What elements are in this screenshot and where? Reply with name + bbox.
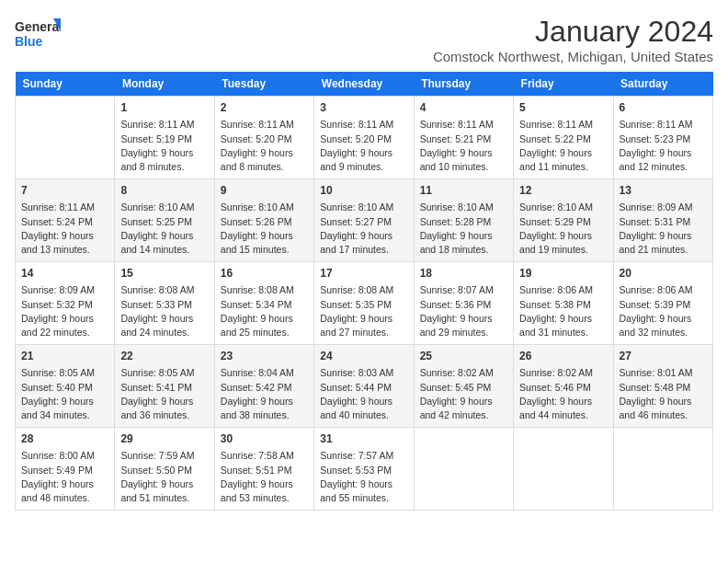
cell-text-line: Sunrise: 8:09 AM bbox=[21, 283, 108, 297]
cell-text-line: Sunset: 5:42 PM bbox=[221, 381, 308, 395]
calendar-cell-week2-day4: 10Sunrise: 8:10 AMSunset: 5:27 PMDayligh… bbox=[314, 179, 414, 262]
day-number: 11 bbox=[420, 183, 507, 199]
cell-text-line: Daylight: 9 hours bbox=[519, 312, 607, 326]
cell-text-line: and 44 minutes. bbox=[519, 408, 607, 422]
cell-text-line: Daylight: 9 hours bbox=[320, 229, 407, 243]
weekday-header-thursday: Thursday bbox=[414, 72, 513, 97]
cell-text-line: Sunrise: 8:00 AM bbox=[21, 449, 108, 463]
cell-text-line: Daylight: 9 hours bbox=[620, 395, 707, 408]
cell-text-line: and 42 minutes. bbox=[420, 408, 507, 422]
cell-text-line: Sunrise: 8:05 AM bbox=[21, 366, 108, 380]
day-number: 9 bbox=[221, 183, 308, 199]
cell-text-line: Sunrise: 8:05 AM bbox=[120, 366, 208, 380]
cell-text-line: Sunrise: 8:03 AM bbox=[320, 366, 407, 380]
cell-text-line: Sunset: 5:44 PM bbox=[320, 381, 407, 395]
cell-text-line: Sunrise: 8:11 AM bbox=[21, 201, 108, 214]
cell-text-line: Daylight: 9 hours bbox=[21, 395, 108, 408]
calendar-cell-week5-day7 bbox=[613, 428, 712, 511]
day-number: 16 bbox=[221, 266, 308, 282]
day-number: 17 bbox=[320, 266, 407, 282]
cell-text-line: Sunrise: 8:01 AM bbox=[620, 366, 707, 380]
cell-text-line: Sunset: 5:31 PM bbox=[620, 215, 707, 229]
calendar-table: SundayMondayTuesdayWednesdayThursdayFrid… bbox=[15, 72, 713, 511]
cell-text-line: Sunrise: 8:10 AM bbox=[320, 201, 407, 214]
cell-text-line: Daylight: 9 hours bbox=[221, 312, 308, 326]
calendar-cell-week5-day6 bbox=[514, 428, 613, 511]
calendar-week-row-4: 21Sunrise: 8:05 AMSunset: 5:40 PMDayligh… bbox=[16, 345, 713, 428]
calendar-cell-week1-day4: 3Sunrise: 8:11 AMSunset: 5:20 PMDaylight… bbox=[314, 97, 414, 179]
cell-text-line: Sunrise: 8:06 AM bbox=[620, 283, 707, 297]
day-number: 29 bbox=[120, 431, 208, 447]
calendar-cell-week4-day6: 26Sunrise: 8:02 AMSunset: 5:46 PMDayligh… bbox=[514, 345, 613, 428]
day-number: 13 bbox=[620, 183, 707, 199]
day-number: 6 bbox=[620, 100, 707, 116]
day-number: 5 bbox=[519, 100, 607, 116]
calendar-cell-week4-day3: 23Sunrise: 8:04 AMSunset: 5:42 PMDayligh… bbox=[214, 345, 313, 428]
cell-text-line: Sunset: 5:34 PM bbox=[221, 298, 308, 312]
cell-text-line: Daylight: 9 hours bbox=[21, 229, 108, 243]
cell-text-line: and 11 minutes. bbox=[519, 160, 607, 174]
calendar-cell-week1-day6: 5Sunrise: 8:11 AMSunset: 5:22 PMDaylight… bbox=[514, 97, 613, 179]
day-number: 12 bbox=[519, 183, 607, 199]
cell-text-line: and 34 minutes. bbox=[21, 408, 108, 422]
cell-text-line: Sunset: 5:26 PM bbox=[221, 215, 308, 229]
cell-text-line: Sunset: 5:46 PM bbox=[519, 381, 607, 395]
cell-text-line: and 13 minutes. bbox=[21, 243, 108, 257]
calendar-cell-week2-day5: 11Sunrise: 8:10 AMSunset: 5:28 PMDayligh… bbox=[414, 179, 513, 262]
day-number: 10 bbox=[320, 183, 407, 199]
calendar-cell-week3-day5: 18Sunrise: 8:07 AMSunset: 5:36 PMDayligh… bbox=[414, 262, 513, 345]
calendar-cell-week5-day4: 31Sunrise: 7:57 AMSunset: 5:53 PMDayligh… bbox=[314, 428, 414, 511]
cell-text-line: and 15 minutes. bbox=[221, 243, 308, 257]
cell-text-line: and 9 minutes. bbox=[320, 160, 407, 174]
cell-text-line: and 32 minutes. bbox=[620, 326, 707, 339]
cell-text-line: Sunrise: 8:07 AM bbox=[420, 283, 507, 297]
cell-text-line: and 22 minutes. bbox=[21, 326, 108, 339]
cell-text-line: Sunrise: 8:11 AM bbox=[519, 118, 607, 132]
day-number: 27 bbox=[620, 349, 707, 364]
day-number: 21 bbox=[21, 349, 108, 364]
cell-text-line: Daylight: 9 hours bbox=[120, 477, 208, 491]
cell-text-line: Sunset: 5:25 PM bbox=[120, 215, 208, 229]
weekday-header-wednesday: Wednesday bbox=[314, 72, 414, 97]
calendar-cell-week3-day4: 17Sunrise: 8:08 AMSunset: 5:35 PMDayligh… bbox=[314, 262, 414, 345]
calendar-week-row-5: 28Sunrise: 8:00 AMSunset: 5:49 PMDayligh… bbox=[16, 428, 713, 511]
cell-text-line: Daylight: 9 hours bbox=[320, 312, 407, 326]
cell-text-line: Sunrise: 8:10 AM bbox=[221, 201, 308, 214]
cell-text-line: and 18 minutes. bbox=[420, 243, 507, 257]
cell-text-line: and 21 minutes. bbox=[620, 243, 707, 257]
calendar-cell-week4-day7: 27Sunrise: 8:01 AMSunset: 5:48 PMDayligh… bbox=[613, 345, 712, 428]
cell-text-line: Sunrise: 7:59 AM bbox=[120, 449, 208, 463]
cell-text-line: and 14 minutes. bbox=[120, 243, 208, 257]
cell-text-line: Sunset: 5:23 PM bbox=[620, 132, 707, 146]
calendar-cell-week4-day1: 21Sunrise: 8:05 AMSunset: 5:40 PMDayligh… bbox=[16, 345, 115, 428]
calendar-week-row-1: 1Sunrise: 8:11 AMSunset: 5:19 PMDaylight… bbox=[16, 97, 713, 179]
cell-text-line: and 25 minutes. bbox=[221, 326, 308, 339]
calendar-week-row-3: 14Sunrise: 8:09 AMSunset: 5:32 PMDayligh… bbox=[16, 262, 713, 345]
cell-text-line: Sunset: 5:35 PM bbox=[320, 298, 407, 312]
cell-text-line: Sunrise: 7:58 AM bbox=[221, 449, 308, 463]
cell-text-line: and 24 minutes. bbox=[120, 326, 208, 339]
calendar-cell-week3-day3: 16Sunrise: 8:08 AMSunset: 5:34 PMDayligh… bbox=[214, 262, 313, 345]
calendar-cell-week3-day7: 20Sunrise: 8:06 AMSunset: 5:39 PMDayligh… bbox=[613, 262, 712, 345]
cell-text-line: Sunset: 5:19 PM bbox=[120, 132, 208, 146]
svg-text:Blue: Blue bbox=[15, 34, 43, 49]
cell-text-line: Sunset: 5:41 PM bbox=[120, 381, 208, 395]
cell-text-line: Sunset: 5:40 PM bbox=[21, 381, 108, 395]
calendar-cell-week5-day3: 30Sunrise: 7:58 AMSunset: 5:51 PMDayligh… bbox=[214, 428, 313, 511]
cell-text-line: Sunset: 5:28 PM bbox=[420, 215, 507, 229]
cell-text-line: Sunrise: 8:10 AM bbox=[519, 201, 607, 214]
cell-text-line: Daylight: 9 hours bbox=[620, 146, 707, 160]
calendar-cell-week5-day5 bbox=[414, 428, 513, 511]
day-number: 15 bbox=[120, 266, 208, 282]
cell-text-line: Sunset: 5:20 PM bbox=[221, 132, 308, 146]
page-title: January 2024 bbox=[433, 15, 713, 49]
cell-text-line: and 17 minutes. bbox=[320, 243, 407, 257]
cell-text-line: Sunrise: 8:02 AM bbox=[420, 366, 507, 380]
page-header: GeneralBlue January 2024 Comstock Northw… bbox=[15, 15, 713, 64]
cell-text-line: and 55 minutes. bbox=[320, 491, 407, 505]
cell-text-line: Sunrise: 8:08 AM bbox=[320, 283, 407, 297]
cell-text-line: Sunrise: 7:57 AM bbox=[320, 449, 407, 463]
svg-text:General: General bbox=[15, 19, 61, 34]
cell-text-line: Sunset: 5:27 PM bbox=[320, 215, 407, 229]
calendar-cell-week2-day1: 7Sunrise: 8:11 AMSunset: 5:24 PMDaylight… bbox=[16, 179, 115, 262]
